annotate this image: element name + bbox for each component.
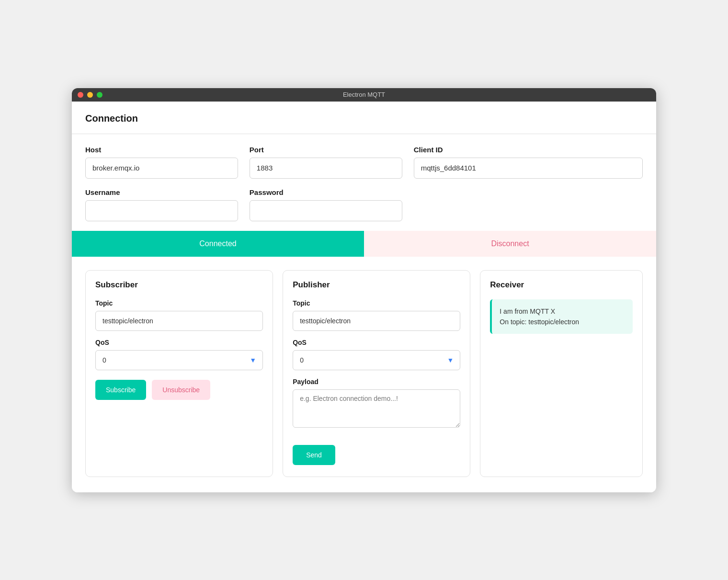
publisher-panel-title: Publisher	[293, 280, 460, 290]
publisher-payload-group: Payload	[293, 378, 460, 430]
maximize-traffic-light[interactable]	[97, 92, 102, 98]
main-content: Connection Host Port Client ID	[72, 102, 656, 492]
subscriber-panel-title: Subscriber	[95, 280, 263, 290]
subscriber-qos-group: QoS 0 1 2 ▼	[95, 339, 263, 370]
publisher-qos-wrapper: 0 1 2 ▼	[293, 350, 460, 370]
username-input[interactable]	[85, 200, 238, 221]
host-label: Host	[85, 146, 238, 154]
password-group: Password	[250, 188, 402, 221]
panels-section: Subscriber Topic QoS 0 1 2 ▼	[85, 257, 643, 477]
receiver-panel: Receiver I am from MQTT X On topic: test…	[480, 270, 643, 477]
publisher-qos-select[interactable]: 0 1 2	[293, 350, 460, 370]
host-group: Host	[85, 146, 238, 179]
password-label: Password	[250, 188, 402, 196]
connection-section: Connection Host Port Client ID	[85, 113, 643, 221]
message-line-2: On topic: testtopic/electron	[500, 317, 625, 327]
username-label: Username	[85, 188, 238, 196]
app-window: Electron MQTT Connection Host Port Clien…	[72, 88, 656, 492]
receiver-panel-title: Receiver	[490, 280, 633, 290]
close-traffic-light[interactable]	[78, 92, 83, 98]
port-input[interactable]	[250, 158, 402, 179]
subscriber-qos-label: QoS	[95, 339, 263, 346]
username-group: Username	[85, 188, 238, 221]
connect-bar: Connected Disconnect	[72, 231, 656, 257]
minimize-traffic-light[interactable]	[87, 92, 93, 98]
message-bubble: I am from MQTT X On topic: testtopic/ele…	[490, 299, 633, 334]
publisher-qos-group: QoS 0 1 2 ▼	[293, 339, 460, 370]
client-id-label: Client ID	[414, 146, 643, 154]
connection-row-1: Host Port Client ID	[85, 146, 643, 179]
host-input[interactable]	[85, 158, 238, 179]
subscriber-topic-label: Topic	[95, 299, 263, 307]
publisher-qos-label: QoS	[293, 339, 460, 346]
client-id-input[interactable]	[414, 158, 643, 179]
subscriber-qos-select[interactable]: 0 1 2	[95, 350, 263, 370]
subscriber-topic-group: Topic	[95, 299, 263, 331]
titlebar: Electron MQTT	[72, 88, 656, 102]
subscriber-topic-input[interactable]	[95, 311, 263, 331]
connect-button[interactable]: Connected	[72, 231, 364, 257]
subscriber-qos-wrapper: 0 1 2 ▼	[95, 350, 263, 370]
publisher-panel: Publisher Topic QoS 0 1 2 ▼	[283, 270, 470, 477]
publisher-payload-label: Payload	[293, 378, 460, 386]
publisher-payload-input[interactable]	[293, 389, 460, 428]
traffic-lights	[78, 92, 102, 98]
connection-row-2: Username Password	[85, 188, 643, 221]
port-group: Port	[250, 146, 402, 179]
publisher-topic-label: Topic	[293, 299, 460, 307]
unsubscribe-button[interactable]: Unsubscribe	[152, 380, 210, 400]
window-title: Electron MQTT	[343, 91, 385, 98]
subscribe-button[interactable]: Subscribe	[95, 380, 146, 400]
client-id-group: Client ID	[414, 146, 643, 179]
port-label: Port	[250, 146, 402, 154]
connection-title: Connection	[85, 113, 643, 124]
message-line-1: I am from MQTT X	[500, 306, 625, 317]
subscriber-buttons: Subscribe Unsubscribe	[95, 380, 263, 400]
password-input[interactable]	[250, 200, 402, 221]
publisher-topic-group: Topic	[293, 299, 460, 331]
send-button[interactable]: Send	[293, 445, 335, 465]
subscriber-panel: Subscriber Topic QoS 0 1 2 ▼	[85, 270, 273, 477]
publisher-topic-input[interactable]	[293, 311, 460, 331]
disconnect-button[interactable]: Disconnect	[364, 231, 656, 257]
